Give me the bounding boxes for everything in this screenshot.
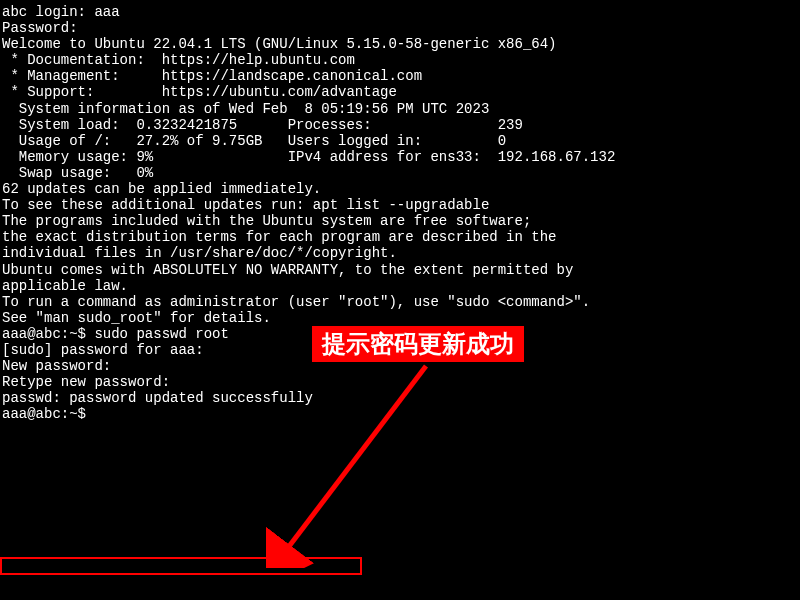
terminal-prompt[interactable]: aaa@abc:~$ xyxy=(2,406,800,422)
terminal-line: To see these additional updates run: apt… xyxy=(2,197,800,213)
terminal-line: Memory usage: 9% IPv4 address for ens33:… xyxy=(2,149,800,165)
terminal-line: * Support: https://ubuntu.com/advantage xyxy=(2,84,800,100)
terminal-line: individual files in /usr/share/doc/*/cop… xyxy=(2,245,800,261)
terminal-line: Usage of /: 27.2% of 9.75GB Users logged… xyxy=(2,133,800,149)
terminal-line: System load: 0.3232421875 Processes: 239 xyxy=(2,117,800,133)
terminal-line: passwd: password updated successfully xyxy=(2,390,800,406)
annotation-highlight-box xyxy=(0,557,362,575)
terminal-line: the exact distribution terms for each pr… xyxy=(2,229,800,245)
terminal-line: * Management: https://landscape.canonica… xyxy=(2,68,800,84)
terminal-line: Password: xyxy=(2,20,800,36)
terminal-line: The programs included with the Ubuntu sy… xyxy=(2,213,800,229)
terminal-line: 62 updates can be applied immediately. xyxy=(2,181,800,197)
terminal-line: To run a command as administrator (user … xyxy=(2,294,800,310)
terminal-line: See "man sudo_root" for details. xyxy=(2,310,800,326)
terminal-line: Swap usage: 0% xyxy=(2,165,800,181)
annotation-text: 提示密码更新成功 xyxy=(322,330,514,357)
terminal-line: Ubuntu comes with ABSOLUTELY NO WARRANTY… xyxy=(2,262,800,278)
terminal-line: * Documentation: https://help.ubuntu.com xyxy=(2,52,800,68)
terminal-line: System information as of Wed Feb 8 05:19… xyxy=(2,101,800,117)
terminal-line: Welcome to Ubuntu 22.04.1 LTS (GNU/Linux… xyxy=(2,36,800,52)
terminal-line: abc login: aaa xyxy=(2,4,800,20)
terminal-line: Retype new password: xyxy=(2,374,800,390)
annotation-callout: 提示密码更新成功 xyxy=(312,326,524,362)
terminal-line: applicable law. xyxy=(2,278,800,294)
